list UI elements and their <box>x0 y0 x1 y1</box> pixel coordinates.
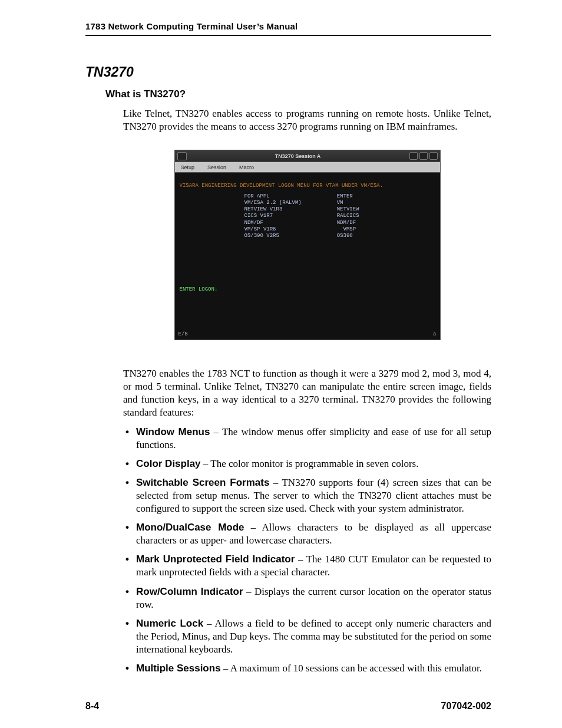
feature-name: Switchable Screen Formats <box>136 477 269 488</box>
figure-wrap: TN3270 Session A Setup Session Macro VIS… <box>123 150 491 340</box>
maximize-icon <box>419 152 428 160</box>
terminal-area: VISARA ENGINEERING DEVELOPMENT LOGON MEN… <box>175 173 440 306</box>
window-controls <box>409 152 438 160</box>
feature-list: Window Menus – The window menus offer si… <box>123 426 491 676</box>
after-figure-paragraph: TN3270 enables the 1783 NCT to function … <box>123 367 491 419</box>
terminal-status-row: E/B a <box>178 331 437 337</box>
menu-session: Session <box>207 164 226 170</box>
menu-setup: Setup <box>181 164 195 170</box>
status-right: a <box>433 331 436 337</box>
window-title: TN3270 Session A <box>187 153 409 159</box>
feature-name: Window Menus <box>136 426 210 437</box>
tn3270-screenshot: TN3270 Session A Setup Session Macro VIS… <box>174 150 441 340</box>
minimize-icon <box>409 152 418 160</box>
running-head: 1783 Network Computing Terminal User’s M… <box>85 21 491 35</box>
terminal-enter-logon: ENTER LOGON: <box>180 286 435 293</box>
page-number: 8-4 <box>85 701 99 711</box>
feature-text: – The color monitor is programmable in s… <box>201 458 419 469</box>
feature-name: Mono/DualCase Mode <box>136 522 244 533</box>
feature-name: Row/Column Indicator <box>136 586 243 597</box>
menu-bar: Setup Session Macro <box>175 162 440 173</box>
feature-item: Row/Column Indicator – Displays the curr… <box>123 585 491 611</box>
feature-name: Mark Unprotected Field Indicator <box>136 554 295 565</box>
window-titlebar: TN3270 Session A <box>175 150 440 162</box>
sub-heading: What is TN3270? <box>105 88 491 100</box>
terminal-col-right: ENTER VM NETVIEW RALCICS NDM/DF VMSP OS3… <box>337 193 359 240</box>
terminal-header-line: VISARA ENGINEERING DEVELOPMENT LOGON MEN… <box>180 183 384 189</box>
page-footer: 8-4 707042-002 <box>85 701 491 711</box>
feature-item: Mark Unprotected Field Indicator – The 1… <box>123 553 491 579</box>
feature-text: – A maximum of 10 sessions can be access… <box>221 663 482 674</box>
feature-item: Color Display – The color monitor is pro… <box>123 457 491 470</box>
feature-item: Mono/DualCase Mode – Allows characters t… <box>123 521 491 547</box>
close-icon <box>429 152 438 160</box>
header-rule <box>85 35 491 36</box>
menu-macro: Macro <box>239 164 254 170</box>
body-block: Like Telnet, TN3270 enables access to pr… <box>123 107 491 675</box>
feature-name: Multiple Sessions <box>136 663 221 674</box>
feature-item: Multiple Sessions – A maximum of 10 sess… <box>123 662 491 675</box>
feature-item: Window Menus – The window menus offer si… <box>123 426 491 452</box>
feature-item: Numeric Lock – Allows a field to be defi… <box>123 617 491 656</box>
status-left: E/B <box>178 331 188 337</box>
doc-number: 707042-002 <box>441 701 491 711</box>
feature-name: Color Display <box>136 458 201 469</box>
system-menu-icon <box>177 152 187 160</box>
feature-name: Numeric Lock <box>136 618 203 629</box>
page: 1783 Network Computing Terminal User’s M… <box>0 0 562 728</box>
terminal-columns: FOR APPL VM/ESA 2.2 (RALVM) NETVIEW V1R3… <box>244 193 435 240</box>
section-title: TN3270 <box>85 64 491 80</box>
intro-paragraph: Like Telnet, TN3270 enables access to pr… <box>123 107 491 133</box>
feature-item: Switchable Screen Formats – TN3270 suppo… <box>123 476 491 515</box>
terminal-col-left: FOR APPL VM/ESA 2.2 (RALVM) NETVIEW V1R3… <box>244 193 302 240</box>
